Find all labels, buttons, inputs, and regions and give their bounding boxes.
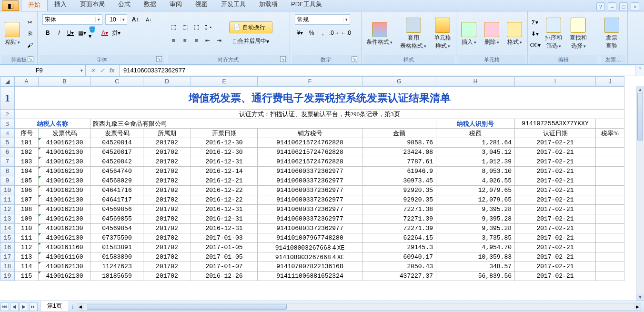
find-select-button[interactable]: 查找和 选择 [567,16,590,52]
cell[interactable]: 914106003372362977 [258,195,362,205]
align-left-icon[interactable]: ≡ [168,35,179,46]
font-dialog-icon[interactable]: ↘ [156,56,162,62]
border-icon[interactable]: ▦▾ [77,28,87,38]
cell[interactable] [596,243,624,252]
align-middle-icon[interactable]: ⬚ [180,22,190,32]
align-bottom-icon[interactable]: ⬚ [191,22,201,32]
cell[interactable]: 4100162130 [39,186,91,195]
cell[interactable]: 10,359.83 [436,252,515,262]
cell[interactable]: 201702 [143,224,191,233]
cell[interactable]: 4100162130 [39,205,91,214]
cell[interactable]: 04569856 [91,205,143,214]
row-header[interactable]: 12 [0,205,15,214]
cell[interactable]: 201702 [143,176,191,186]
fill-icon[interactable]: ⬇▾ [530,29,540,39]
ribbon-tab[interactable]: 页面布局 [73,0,111,11]
cell[interactable]: 91410700782213616B [258,262,362,272]
cell[interactable]: 914108003267668４XE [258,252,362,262]
cell[interactable]: 914106215724762828 [258,148,362,157]
ribbon-tab[interactable]: 公式 [111,0,137,11]
row-header[interactable]: 17 [0,252,15,262]
scroll-left-icon[interactable]: ◀ [77,303,84,310]
cell[interactable]: 109 [15,214,39,224]
row-header[interactable]: 2 [0,110,15,119]
cell[interactable]: 2017-02-21 [515,195,596,205]
conditional-format-button[interactable]: 条件格式 [363,20,395,48]
cell[interactable]: 9,395.28 [436,214,515,224]
invoice-check-button[interactable]: 发票 查验 [601,16,622,52]
phonetic-icon[interactable]: 拼▾ [111,28,121,38]
office-button[interactable]: ◧ [2,0,19,11]
cell[interactable]: 18185659 [91,272,143,281]
ribbon-tab[interactable]: 开发工具 [214,0,252,11]
indent-decrease-icon[interactable]: ⇤ [202,35,213,46]
cell[interactable]: 2016-12-31 [191,214,258,224]
column-header[interactable]: F [258,77,362,87]
sheet-nav-next-icon[interactable]: ▶ [20,302,28,311]
cell[interactable]: 1,012.39 [436,157,515,167]
cell[interactable]: 62264.15 [362,233,436,243]
cell[interactable]: 914106215724762828 [258,138,362,148]
currency-icon[interactable]: ¥▾ [295,28,305,38]
cell[interactable]: 04564740 [91,167,143,176]
name-box[interactable]: ▾ [0,65,86,76]
cell[interactable]: 07375590 [91,233,143,243]
cell[interactable]: 4100162130 [39,195,91,205]
column-header[interactable]: J [596,77,624,87]
cell[interactable]: 12,079.65 [436,186,515,195]
font-color-icon[interactable]: A▾ [100,28,110,38]
cell[interactable]: 2017-02-21 [515,214,596,224]
cell[interactable]: 04568029 [91,176,143,186]
cell[interactable]: 4100161160 [39,243,91,252]
cell[interactable]: 2017-02-21 [515,272,596,281]
cell[interactable]: 101 [15,138,39,148]
format-button[interactable]: 格式 [504,20,525,48]
number-dialog-icon[interactable]: ↘ [352,56,357,62]
cell[interactable]: 2016-12-31 [191,157,258,167]
cell[interactable]: 3,045.12 [436,148,515,157]
close-window-icon[interactable]: × [631,2,639,11]
paste-button[interactable]: 粘贴 [2,20,23,48]
cell[interactable] [596,224,624,233]
ribbon-tab[interactable]: 数据 [137,0,163,11]
ribbon-tab[interactable]: PDF工具集 [284,0,329,11]
row-header[interactable]: 6 [0,148,15,157]
cell[interactable] [596,176,624,186]
cell[interactable]: 112 [15,243,39,252]
ribbon-tab[interactable]: 插入 [48,0,73,11]
cell[interactable]: 2017-02-21 [515,233,596,243]
cell[interactable]: 2017-02-21 [515,138,596,148]
cell[interactable]: 04641716 [91,186,143,195]
cell[interactable] [596,157,624,167]
cell[interactable]: 201702 [143,233,191,243]
cell[interactable]: 2017-01-03 [191,233,258,243]
cell[interactable]: 9858.76 [362,138,436,148]
cell[interactable]: 914106003372362977 [258,205,362,214]
row-header[interactable]: 15 [0,233,15,243]
row-header[interactable]: 5 [0,138,15,148]
cell[interactable]: 2017-01-05 [191,243,258,252]
row-header[interactable]: 18 [0,262,15,272]
cell[interactable]: 4,954.70 [436,243,515,252]
row-header[interactable]: 19 [0,272,15,281]
cell[interactable]: 914106003372362977 [258,186,362,195]
alignment-dialog-icon[interactable]: ↘ [280,56,286,62]
cell[interactable]: 914106003372362977 [258,176,362,186]
scroll-down-icon[interactable]: ▼ [636,294,644,301]
cell[interactable] [596,252,624,262]
cell[interactable]: 56,839.56 [436,272,515,281]
cell[interactable]: 201702 [143,186,191,195]
cell[interactable]: 1,281.64 [436,138,515,148]
cell[interactable]: 2016-12-22 [191,195,258,205]
cell[interactable]: 04641717 [91,195,143,205]
cell[interactable]: 201702 [143,195,191,205]
cell[interactable]: 102 [15,148,39,157]
cell[interactable]: 2017-02-21 [515,167,596,176]
sort-filter-button[interactable]: 排序和 筛选 [542,16,565,52]
cell[interactable]: 2017-02-21 [515,252,596,262]
sheet-nav-first-icon[interactable]: ⏮ [0,302,9,311]
cell[interactable]: 12,079.65 [436,195,515,205]
row-header[interactable]: 7 [0,157,15,167]
fill-color-icon[interactable]: 🪣▾ [88,28,99,38]
cell[interactable]: 72271.39 [362,214,436,224]
